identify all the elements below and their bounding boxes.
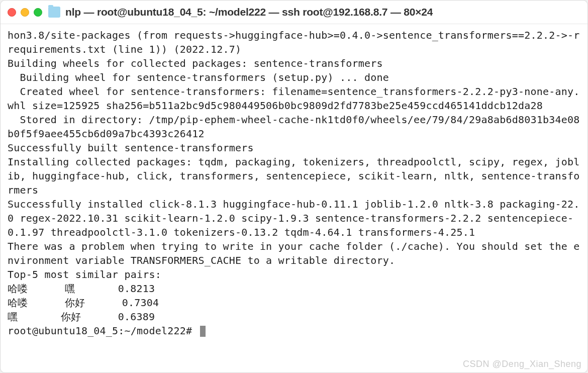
titlebar: nlp — root@ubuntu18_04_5: ~/model222 — s… (1, 1, 587, 24)
terminal-line: Building wheels for collected packages: … (8, 57, 383, 69)
terminal-line: hon3.8/site-packages (from requests->hug… (8, 29, 586, 55)
shell-prompt: root@ubuntu18_04_5:~/model222# (8, 325, 198, 337)
terminal-line: There was a problem when trying to write… (8, 240, 579, 266)
minimize-icon[interactable] (21, 8, 29, 17)
terminal-window: nlp — root@ubuntu18_04_5: ~/model222 — s… (0, 0, 588, 373)
close-icon[interactable] (8, 8, 16, 17)
window-controls (8, 8, 42, 17)
terminal-line: Top-5 most similar pairs: (8, 268, 161, 281)
terminal-line: Successfully installed click-8.1.3 huggi… (8, 198, 579, 238)
cursor-icon (200, 326, 206, 337)
terminal-line: Created wheel for sentence-transformers:… (8, 85, 579, 112)
terminal-line: Installing collected packages: tqdm, pac… (8, 156, 579, 196)
terminal-line: 哈喽 你好 0.7304 (8, 297, 159, 309)
terminal-line: 哈喽 嘿 0.8213 (8, 283, 155, 295)
terminal-line: Stored in directory: /tmp/pip-ephem-whee… (8, 114, 579, 140)
zoom-icon[interactable] (34, 8, 42, 17)
terminal-line: Building wheel for sentence-transformers… (8, 71, 389, 83)
folder-icon (48, 7, 60, 18)
window-title: nlp — root@ubuntu18_04_5: ~/model222 — s… (65, 6, 433, 18)
terminal-line: 嘿 你好 0.6389 (8, 311, 155, 323)
terminal-body[interactable]: hon3.8/site-packages (from requests->hug… (1, 24, 587, 372)
terminal-line: Successfully built sentence-transformers (8, 142, 254, 154)
